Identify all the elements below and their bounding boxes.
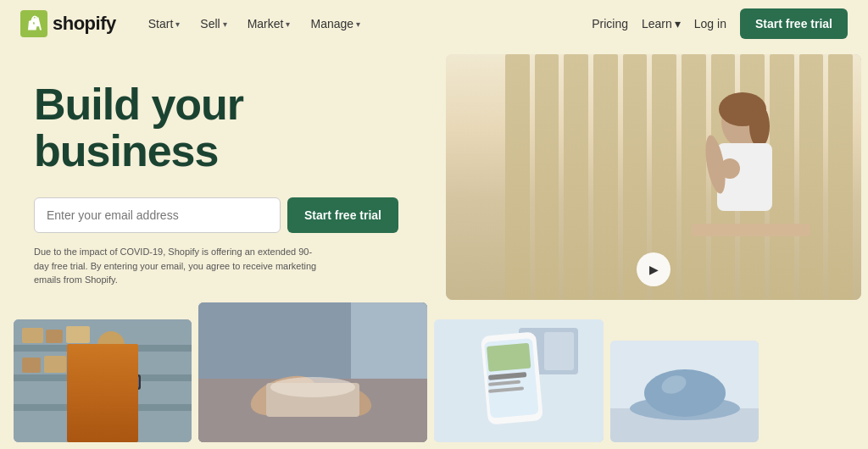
nav-pricing[interactable]: Pricing xyxy=(592,17,628,30)
nav-manage[interactable]: Manage ▾ xyxy=(302,12,369,36)
email-input[interactable] xyxy=(34,197,281,233)
nav-start[interactable]: Start ▾ xyxy=(140,12,189,36)
nav-login[interactable]: Log in xyxy=(694,17,726,30)
logo[interactable]: shopify xyxy=(20,10,116,37)
chevron-down-icon: ▾ xyxy=(175,19,180,29)
slat xyxy=(593,54,618,300)
nav-right: Pricing Learn ▾ Log in Start free trial xyxy=(592,8,848,39)
svg-point-3 xyxy=(749,105,770,147)
svg-point-42 xyxy=(644,369,726,417)
hat-thumbnail xyxy=(610,341,759,442)
chevron-down-icon: ▾ xyxy=(356,19,360,29)
hat-scene xyxy=(610,341,759,442)
svg-rect-6 xyxy=(692,224,810,236)
hero-trial-button[interactable]: Start free trial xyxy=(287,197,398,233)
slat xyxy=(505,54,530,300)
hero-image: ▶ xyxy=(446,54,861,300)
hero-image-placeholder: ▶ xyxy=(446,54,861,300)
chevron-down-icon: ▾ xyxy=(675,17,681,30)
svg-point-7 xyxy=(720,158,740,179)
hero-content: Build your business Start free trial Due… xyxy=(0,47,432,449)
email-form: Start free trial xyxy=(34,197,398,233)
svg-rect-0 xyxy=(20,10,47,37)
phone-thumbnail xyxy=(434,319,604,442)
play-button[interactable]: ▶ xyxy=(637,252,670,286)
disclaimer-text: Due to the impact of COVID-19, Shopify i… xyxy=(34,245,322,287)
svg-rect-35 xyxy=(487,343,531,372)
hero-section: Build your business Start free trial Due… xyxy=(0,47,868,449)
chevron-down-icon: ▾ xyxy=(223,19,227,29)
shopify-logo-icon xyxy=(20,10,47,37)
nav-links: Start ▾ Sell ▾ Market ▾ Manage ▾ xyxy=(140,12,592,36)
hat-image xyxy=(610,341,759,442)
logo-text: shopify xyxy=(53,13,116,35)
phone-image xyxy=(434,319,604,442)
navbar: shopify Start ▾ Sell ▾ Market ▾ Manage ▾… xyxy=(0,0,868,47)
svg-rect-32 xyxy=(544,332,574,370)
slat xyxy=(535,54,559,300)
nav-market[interactable]: Market ▾ xyxy=(239,12,299,36)
hero-title: Build your business xyxy=(34,81,398,174)
phone-scene xyxy=(434,319,604,442)
nav-sell[interactable]: Sell ▾ xyxy=(192,12,235,36)
slat xyxy=(828,54,853,300)
nav-learn[interactable]: Learn ▾ xyxy=(642,17,681,30)
nav-start-trial-button[interactable]: Start free trial xyxy=(740,8,848,39)
chevron-down-icon: ▾ xyxy=(286,19,290,29)
slat xyxy=(564,54,588,300)
